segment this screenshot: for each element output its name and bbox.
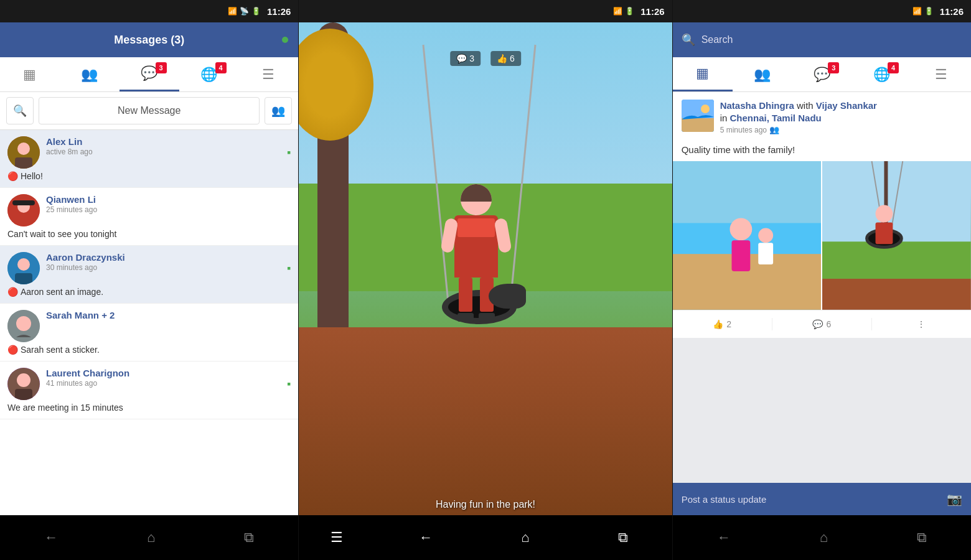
time-3: 11:26 — [940, 6, 964, 17]
nav-menu-icon-1: ☰ — [262, 67, 274, 83]
back-button-2[interactable]: ← — [406, 523, 445, 552]
search-icon: 🔍 — [13, 104, 27, 118]
nav-news-3[interactable]: ▦ — [673, 57, 733, 91]
nav-messages-1[interactable]: 💬 3 — [120, 57, 179, 91]
avatar-sarah — [7, 310, 40, 342]
status-icons-2: 📶 🔋 — [613, 7, 634, 16]
nav-menu-icon-3: ☰ — [935, 67, 947, 83]
time-2: 11:26 — [640, 6, 664, 17]
more-action[interactable]: ⋮ — [872, 317, 971, 332]
bag-on-tire — [489, 284, 526, 309]
nav-friends-3[interactable]: 👥 — [733, 57, 792, 91]
status-icons-1: 📶 📡 🔋 — [228, 7, 261, 16]
recent-button-2[interactable]: ⧉ — [606, 523, 640, 552]
avatar-aaron — [7, 252, 40, 284]
nav-globe-3[interactable]: 🌐 4 — [851, 57, 911, 91]
svg-point-24 — [758, 228, 773, 243]
battery-icon: 🔋 — [251, 7, 261, 16]
online-dot-aaron: ▪ — [287, 262, 291, 275]
message-item-qian[interactable]: Qianwen Li 25 minutes ago Can't wait to … — [0, 188, 298, 246]
svg-rect-8 — [15, 273, 32, 284]
post-with-text: with — [797, 100, 816, 111]
nav-menu-1[interactable]: ☰ — [239, 57, 299, 91]
group-message-button[interactable]: 👥 — [265, 97, 292, 124]
like-stat: 👍 6 — [490, 51, 521, 66]
msg-info-qian: Qianwen Li 25 minutes ago — [46, 194, 291, 214]
svg-point-7 — [17, 258, 30, 271]
post-card: Natasha Dhingra with Vijay Shankar in Ch… — [673, 92, 971, 338]
comment-action[interactable]: 💬 6 — [772, 317, 871, 332]
messages-panel: 📶 📡 🔋 11:26 Messages (3) ▦ 👥 💬 3 🌐 4 ☰ — [0, 0, 298, 560]
home-button-1[interactable]: ⌂ — [134, 523, 167, 552]
msg-info-alex: Alex Lin active 8m ago — [46, 136, 281, 156]
recent-button-1[interactable]: ⧉ — [232, 523, 266, 552]
home-button-2[interactable]: ⌂ — [509, 523, 542, 552]
svg-point-18 — [701, 105, 710, 113]
messages-title: Messages (3) — [114, 34, 184, 47]
comment-count-action: 6 — [826, 319, 831, 329]
post-image-left[interactable] — [673, 161, 822, 310]
comment-icon: 💬 — [456, 54, 467, 63]
post-header: Natasha Dhingra with Vijay Shankar in Ch… — [673, 92, 971, 142]
post-audience-icon: 👥 — [769, 125, 779, 134]
comment-stat: 💬 3 — [450, 51, 481, 66]
photo-nav-bar: ☰ ← ⌂ ⧉ — [299, 515, 672, 560]
photo-full[interactable]: 💬 3 👍 6 Having fun in the park! ☰ ← ⌂ ⧉ — [299, 22, 672, 560]
like-icon: 👍 — [497, 54, 507, 63]
svg-rect-13 — [15, 389, 32, 400]
svg-point-33 — [876, 205, 893, 223]
msg-time-aaron: 30 minutes ago — [46, 263, 281, 272]
online-indicator — [282, 37, 288, 43]
nav-news-icon-3: ▦ — [696, 65, 709, 82]
online-dot-laurent: ▪ — [287, 378, 291, 391]
msg-status-icon-aaron: 🔴 — [7, 287, 18, 297]
nav-messages-3[interactable]: 💬 3 — [792, 57, 851, 91]
photo-caption: Having fun in the park! — [436, 499, 535, 510]
group-icon: 👥 — [271, 104, 285, 118]
svg-rect-17 — [682, 118, 714, 132]
new-message-button[interactable]: New Message — [39, 97, 260, 124]
nav-menu-3[interactable]: ☰ — [911, 57, 971, 91]
msg-name-qian: Qianwen Li — [46, 194, 291, 205]
msg-preview-sarah: 🔴 Sarah sent a sticker. — [7, 345, 291, 355]
msg-info-aaron: Aaron Draczynski 30 minutes ago — [46, 252, 281, 272]
post-status-placeholder[interactable]: Post a status update — [682, 494, 941, 505]
post-text: Quality time with the family! — [673, 142, 971, 161]
menu-icon-photo[interactable]: ☰ — [331, 530, 343, 546]
search-placeholder[interactable]: Search — [701, 34, 962, 45]
svg-point-1 — [17, 142, 30, 155]
search-button[interactable]: 🔍 — [6, 97, 34, 124]
msg-info-sarah: Sarah Mann + 2 — [46, 310, 291, 321]
svg-point-12 — [17, 373, 30, 387]
like-action[interactable]: 👍 2 — [673, 317, 772, 332]
avatar-alex — [7, 136, 40, 169]
nav-news-1[interactable]: ▦ — [0, 57, 60, 91]
post-meta: Natasha Dhingra with Vijay Shankar in Ch… — [720, 100, 962, 134]
back-button-3[interactable]: ← — [705, 523, 743, 552]
svg-line-15 — [510, 45, 535, 302]
post-image-right[interactable] — [822, 161, 971, 310]
post-time-row: 5 minutes ago 👥 — [720, 125, 962, 134]
time-1: 11:26 — [267, 6, 291, 17]
search-header: 🔍 Search — [673, 22, 971, 57]
svg-rect-25 — [758, 243, 773, 264]
msg-name-laurent: Laurent Charignon — [46, 368, 281, 378]
svg-rect-27 — [822, 241, 971, 279]
home-button-3[interactable]: ⌂ — [807, 523, 840, 552]
msg-time-alex: active 8m ago — [46, 147, 281, 156]
back-button-1[interactable]: ← — [32, 523, 70, 552]
comment-count: 3 — [469, 54, 474, 63]
like-count-action: 2 — [726, 319, 731, 329]
message-item-sarah[interactable]: Sarah Mann + 2 🔴 Sarah sent a sticker. — [0, 304, 298, 362]
message-item-laurent[interactable]: Laurent Charignon 41 minutes ago ▪ We ar… — [0, 362, 298, 419]
like-count: 6 — [510, 54, 515, 63]
message-item-aaron[interactable]: Aaron Draczynski 30 minutes ago ▪ 🔴 Aaro… — [0, 246, 298, 304]
recent-button-3[interactable]: ⧉ — [904, 523, 939, 552]
nav-friends-1[interactable]: 👥 — [60, 57, 120, 91]
signal-icon: 📡 — [240, 7, 249, 16]
camera-icon[interactable]: 📷 — [947, 492, 962, 506]
message-item-alex[interactable]: Alex Lin active 8m ago ▪ 🔴 Hello! — [0, 130, 298, 188]
nav-globe-1[interactable]: 🌐 4 — [179, 57, 239, 91]
wifi-icon: 📶 — [228, 7, 237, 16]
bottom-nav-3: ← ⌂ ⧉ — [673, 515, 971, 560]
